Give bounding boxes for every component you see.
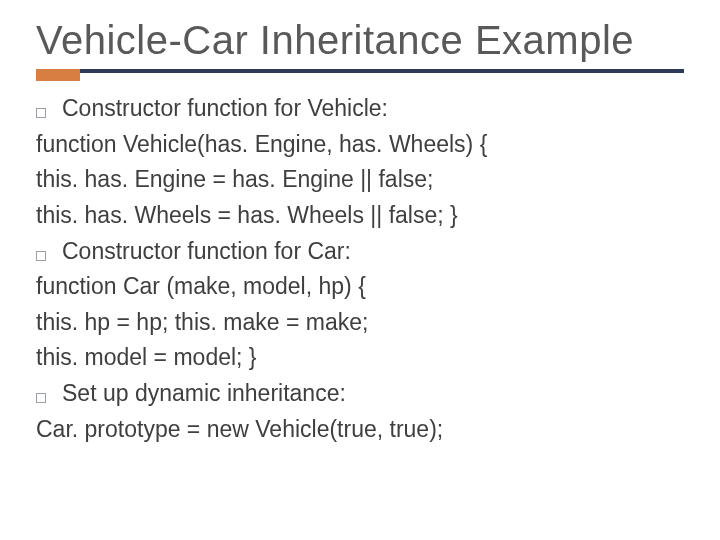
code-line: this. has. Wheels = has. Wheels || false… [36, 198, 684, 234]
code-line: this. model = model; } [36, 340, 684, 376]
content-body: Constructor function for Vehicle: functi… [36, 91, 684, 447]
bullet-line-3: Set up dynamic inheritance: [36, 376, 684, 412]
bullet-icon [36, 251, 46, 261]
code-line: function Car (make, model, hp) { [36, 269, 684, 305]
bullet-icon [36, 393, 46, 403]
bullet-line-2: Constructor function for Car: [36, 234, 684, 270]
bullet-text: Set up dynamic inheritance: [62, 376, 346, 412]
slide: Vehicle-Car Inheritance Example Construc… [0, 0, 720, 540]
bullet-icon [36, 108, 46, 118]
bullet-text: Constructor function for Car: [62, 234, 351, 270]
bullet-text: Constructor function for Vehicle: [62, 91, 388, 127]
accent-bar [36, 69, 80, 81]
bullet-line-1: Constructor function for Vehicle: [36, 91, 684, 127]
title-underline [36, 69, 684, 73]
slide-title: Vehicle-Car Inheritance Example [36, 18, 684, 63]
code-line: this. has. Engine = has. Engine || false… [36, 162, 684, 198]
code-line: Car. prototype = new Vehicle(true, true)… [36, 412, 684, 448]
code-line: this. hp = hp; this. make = make; [36, 305, 684, 341]
code-line: function Vehicle(has. Engine, has. Wheel… [36, 127, 684, 163]
